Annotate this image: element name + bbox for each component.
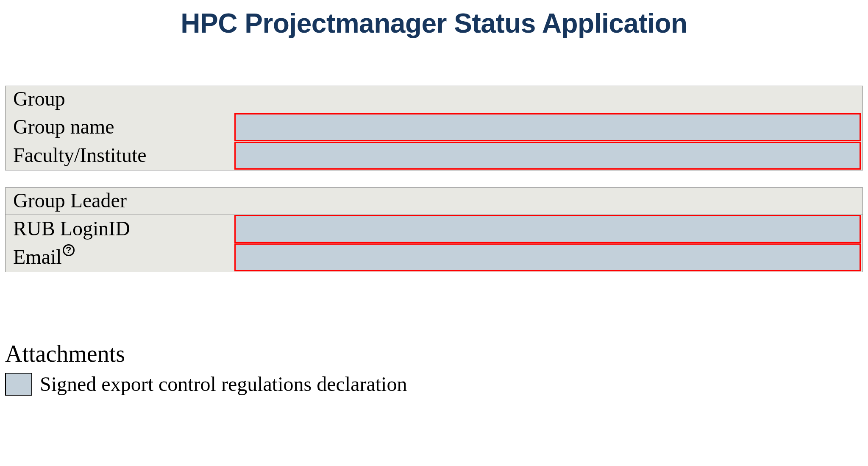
attachments-heading: Attachments: [5, 340, 863, 367]
attachment-checkbox[interactable]: [5, 373, 32, 396]
page-title: HPC Projectmanager Status Application: [0, 0, 868, 86]
login-input[interactable]: [234, 215, 861, 243]
attachments-section: Attachments Signed export control regula…: [0, 289, 868, 396]
attachment-item-row: Signed export control regulations declar…: [5, 372, 863, 396]
email-label-text: Email: [13, 245, 62, 268]
help-icon[interactable]: ?: [63, 244, 75, 256]
group-leader-section: Group Leader RUB LoginID Email?: [5, 187, 863, 272]
faculty-input[interactable]: [234, 142, 861, 170]
group-name-label: Group name: [6, 113, 234, 142]
login-row: RUB LoginID: [6, 215, 862, 243]
group-section-header: Group: [6, 86, 862, 113]
group-name-input[interactable]: [234, 113, 861, 141]
faculty-label: Faculty/Institute: [6, 142, 234, 170]
attachment-item-label: Signed export control regulations declar…: [40, 372, 407, 396]
group-name-row: Group name: [6, 113, 862, 142]
faculty-row: Faculty/Institute: [6, 142, 862, 170]
email-input[interactable]: [234, 243, 861, 271]
email-row: Email?: [6, 243, 862, 272]
email-label: Email?: [6, 243, 234, 272]
login-label: RUB LoginID: [6, 215, 234, 243]
group-leader-section-header: Group Leader: [6, 188, 862, 215]
group-section: Group Group name Faculty/Institute: [5, 86, 863, 170]
